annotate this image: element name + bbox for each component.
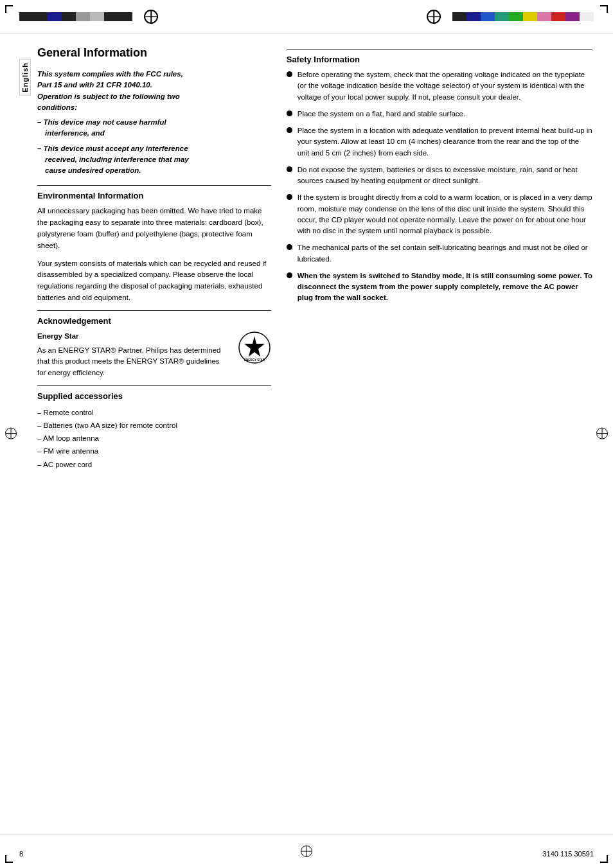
- bottom-bar: 8 3140 115 30591: [0, 835, 613, 868]
- top-bar: [0, 0, 613, 33]
- fcc-line3: Operation is subject to the following tw…: [37, 91, 271, 102]
- color-strip-right: [452, 12, 594, 21]
- strip-seg: [33, 12, 48, 21]
- safety-bullet-5: If the system is brought directly from a…: [287, 192, 592, 236]
- bullet-text: Place the system on a flat, hard and sta…: [298, 109, 592, 120]
- ack-subheading: Energy Star: [37, 331, 229, 342]
- accessory-item: AC power cord: [37, 458, 271, 471]
- bottom-reg-mark: [301, 846, 312, 859]
- top-bar-left: [19, 10, 170, 24]
- strip-seg: [537, 12, 551, 21]
- bullet-text: The mechanical parts of the set contain …: [298, 242, 592, 265]
- safety-heading: Safety Information: [287, 55, 592, 64]
- fcc-line4: conditions:: [37, 102, 271, 113]
- strip-seg: [495, 12, 509, 21]
- bullet-text: Before operating the system, check that …: [298, 69, 592, 103]
- bullet-dot: [287, 194, 292, 200]
- right-column: Safety Information Before operating the …: [287, 46, 592, 471]
- strip-seg: [523, 12, 537, 21]
- bullet-text-bold: When the system is switched to Standby m…: [298, 270, 592, 304]
- strip-seg: [452, 12, 466, 21]
- accessories-section: Supplied accessories Remote control Batt…: [37, 391, 271, 471]
- main-content: English General Information This system …: [0, 33, 613, 484]
- accessory-item: FM wire antenna: [37, 445, 271, 457]
- left-column: General Information This system complies…: [37, 46, 271, 471]
- strip-seg: [90, 12, 104, 21]
- content-columns: General Information This system complies…: [37, 46, 594, 471]
- fcc-block: This system complies with the FCC rules,…: [37, 69, 271, 176]
- bullet-dot: [287, 244, 292, 250]
- strip-seg: [104, 12, 118, 21]
- sidebar-lang-label: English: [19, 59, 31, 96]
- color-strip-left: [19, 12, 132, 21]
- side-reg-mark-right: [596, 427, 608, 441]
- env-para1: All unnecessary packaging has been omitt…: [37, 206, 271, 251]
- strip-seg: [48, 12, 62, 21]
- accessory-item: AM loop antenna: [37, 432, 271, 445]
- bullet-text: If the system is brought directly from a…: [298, 192, 592, 236]
- bullet-dot: [287, 71, 292, 77]
- bullet-text: Do not expose the system, batteries or d…: [298, 164, 592, 187]
- safety-bullet-4: Do not expose the system, batteries or d…: [287, 164, 592, 187]
- bullet-dot: [287, 127, 292, 133]
- ack-divider: [37, 310, 271, 311]
- env-para2: Your system consists of materials which …: [37, 258, 271, 304]
- page-number: 8: [19, 850, 23, 858]
- safety-bullet-7: When the system is switched to Standby m…: [287, 270, 592, 304]
- acc-divider: [37, 385, 271, 386]
- accessory-item: Batteries (two AA size) for remote contr…: [37, 419, 271, 432]
- strip-seg: [118, 12, 132, 21]
- energy-star-logo: ENERGY STAR: [238, 331, 271, 364]
- bullet-dot: [287, 166, 292, 172]
- safety-bullet-2: Place the system on a flat, hard and sta…: [287, 109, 592, 120]
- strip-seg: [565, 12, 580, 21]
- accessories-list: Remote control Batteries (two AA size) f…: [37, 406, 271, 471]
- env-divider: [37, 185, 271, 186]
- svg-marker-1: [244, 336, 265, 357]
- accessories-heading: Supplied accessories: [37, 391, 271, 401]
- safety-bullet-1: Before operating the system, check that …: [287, 69, 592, 103]
- strip-seg: [509, 12, 523, 21]
- safety-divider: [287, 49, 592, 49]
- ack-inner: Energy Star As an ENERGY STAR® Partner, …: [37, 331, 271, 379]
- page-title: General Information: [37, 46, 271, 60]
- ack-heading: Acknowledgement: [37, 316, 271, 326]
- strip-seg: [580, 12, 594, 21]
- svg-text:ENERGY STAR: ENERGY STAR: [244, 359, 265, 362]
- page-wrapper: English General Information This system …: [0, 0, 613, 868]
- ack-body: As an ENERGY STAR® Partner, Philips has …: [37, 345, 229, 379]
- doc-number: 3140 115 30591: [542, 850, 594, 858]
- strip-seg: [481, 12, 495, 21]
- registration-mark-left: [144, 10, 158, 24]
- fcc-line1: This system complies with the FCC rules,: [37, 69, 271, 80]
- strip-seg: [19, 12, 33, 21]
- strip-seg: [62, 12, 76, 21]
- fcc-dash2: – This device must accept any interferen…: [37, 143, 271, 177]
- strip-seg: [76, 12, 90, 21]
- strip-seg: [466, 12, 481, 21]
- safety-section: Safety Information Before operating the …: [287, 49, 592, 304]
- ack-text-block: Energy Star As an ENERGY STAR® Partner, …: [37, 331, 229, 379]
- top-bar-right: [415, 10, 594, 24]
- bullet-dot: [287, 272, 292, 278]
- fcc-line2: Part 15 and with 21 CFR 1040.10.: [37, 80, 271, 91]
- side-reg-mark-left: [5, 427, 17, 441]
- registration-mark-right: [427, 10, 441, 24]
- env-section: Environmental Information All unnecessar…: [37, 191, 271, 304]
- strip-seg: [551, 12, 565, 21]
- bullet-text: Place the system in a location with adeq…: [298, 125, 592, 159]
- fcc-dash1: – This device may not cause harmful inte…: [37, 117, 271, 139]
- bullet-dot: [287, 111, 292, 116]
- env-heading: Environmental Information: [37, 191, 271, 200]
- safety-bullet-list: Before operating the system, check that …: [287, 69, 592, 304]
- safety-bullet-6: The mechanical parts of the set contain …: [287, 242, 592, 265]
- safety-bullet-3: Place the system in a location with adeq…: [287, 125, 592, 159]
- ack-section: Acknowledgement Energy Star As an ENERGY…: [37, 316, 271, 379]
- accessory-item: Remote control: [37, 406, 271, 419]
